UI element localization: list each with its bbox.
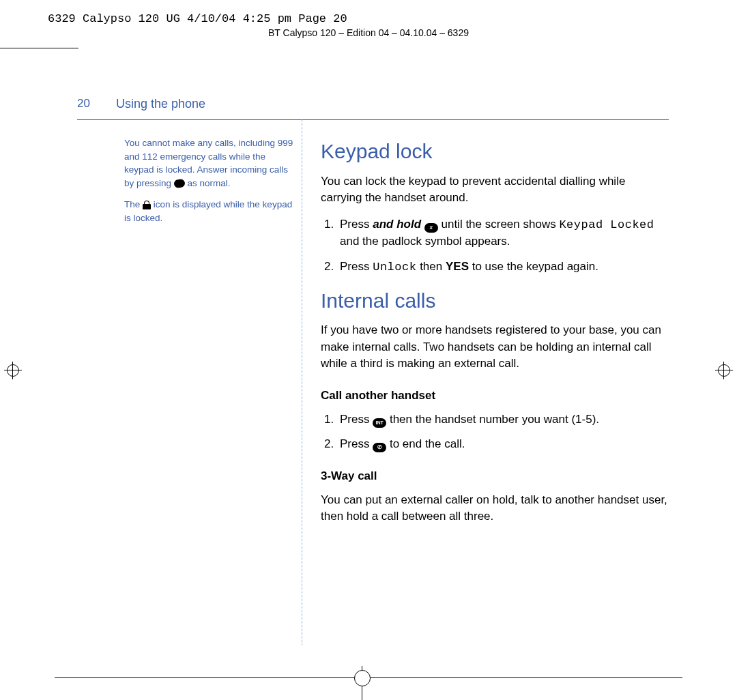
- emphasis-text: and hold: [373, 218, 421, 231]
- guide-line: [0, 48, 78, 48]
- column-divider: [302, 119, 302, 645]
- page-number: 20: [77, 97, 90, 111]
- registration-mark-icon: [354, 670, 371, 686]
- step-text: until the screen shows: [441, 218, 559, 231]
- step-text: Press: [340, 260, 373, 273]
- note-text: The: [124, 199, 143, 209]
- talk-key-icon: [173, 179, 186, 188]
- step-1: Press INT then the handset number you wa…: [337, 411, 669, 428]
- horizontal-rule: [77, 119, 669, 120]
- lcd-text: Unlock: [373, 261, 416, 274]
- heading-internal-calls: Internal calls: [321, 286, 669, 316]
- registration-mark-icon: [4, 362, 22, 379]
- step-text: and the padlock symbol appears.: [340, 235, 510, 248]
- step-1: Press and hold # until the screen shows …: [337, 216, 669, 250]
- step-2: Press Unlock then YES to use the keypad …: [337, 259, 669, 276]
- sidebar-note-1: You cannot make any calls, including 999…: [124, 136, 293, 190]
- steps-list: Press INT then the handset number you wa…: [321, 411, 669, 453]
- main-content: Keypad lock You can lock the keypad to p…: [321, 136, 669, 535]
- heading-keypad-lock: Keypad lock: [321, 136, 669, 166]
- padlock-icon: [143, 201, 151, 209]
- subheading-3way: 3-Way call: [321, 468, 669, 485]
- running-head: BT Calypso 120 – Edition 04 – 04.10.04 –…: [0, 27, 737, 38]
- sidebar-notes: You cannot make any calls, including 999…: [124, 136, 293, 233]
- section-title: Using the phone: [116, 97, 205, 111]
- step-text: Press: [340, 437, 373, 450]
- note-text: as normal.: [188, 178, 231, 188]
- paragraph: You can lock the keypad to prevent accid…: [321, 173, 669, 207]
- paragraph: If you have two or more handsets registe…: [321, 322, 669, 373]
- registration-mark-icon: [715, 362, 733, 379]
- step-text: to use the keypad again.: [469, 260, 598, 273]
- step-text: then: [416, 260, 446, 273]
- sidebar-note-2: The icon is displayed while the keypad i…: [124, 198, 293, 224]
- int-key-icon: INT: [373, 418, 386, 428]
- step-text: then the handset number you want (1-5).: [386, 413, 599, 426]
- bold-text: YES: [446, 260, 469, 273]
- print-slug: 6329 Calypso 120 UG 4/10/04 4:25 pm Page…: [48, 12, 347, 25]
- hash-key-icon: #: [424, 223, 438, 233]
- step-text: Press: [340, 218, 373, 231]
- subheading-call-another: Call another handset: [321, 388, 669, 405]
- paragraph: You can put an external caller on hold, …: [321, 492, 669, 525]
- step-text: to end the call.: [386, 437, 465, 450]
- step-2: Press ✆ to end the call.: [337, 436, 669, 453]
- steps-list: Press and hold # until the screen shows …: [321, 216, 669, 276]
- end-key-icon: ✆: [373, 443, 386, 452]
- lcd-text: Keypad Locked: [559, 218, 654, 231]
- step-text: Press: [340, 413, 373, 426]
